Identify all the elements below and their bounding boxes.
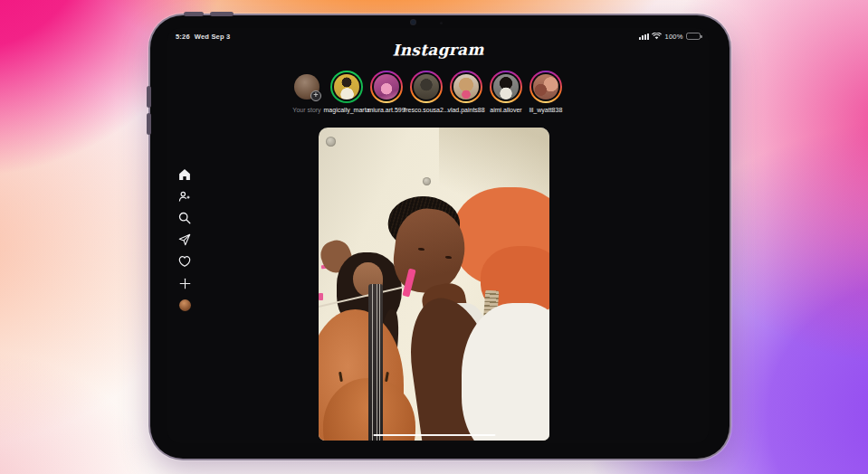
nav-sidebar <box>172 168 197 311</box>
instagram-logo[interactable]: Instagram <box>167 38 709 61</box>
instagram-app-screen: 5:26 Wed Sep 3 100% Insta <box>167 28 709 443</box>
your-story-avatar: + <box>294 74 320 100</box>
story-username: Your story <box>292 107 320 113</box>
cello-strings <box>372 284 380 441</box>
status-left: 5:26 Wed Sep 3 <box>176 33 230 41</box>
story-lil-wyatt[interactable]: lil_wyatt838 <box>528 70 564 113</box>
story-username: lil_wyatt838 <box>529 107 563 113</box>
feed-photo[interactable] <box>319 128 549 441</box>
story-avatar <box>493 74 520 100</box>
story-username: fresco.sousa2... <box>404 107 448 113</box>
story-your-story[interactable]: + Your story <box>289 70 325 113</box>
story-username: vlad.paints88 <box>447 107 484 113</box>
sidebar-item-notifications[interactable] <box>178 255 191 268</box>
ceiling-detector <box>423 177 431 185</box>
clock-label: 5:26 <box>176 33 190 41</box>
sidebar-item-home[interactable] <box>178 168 191 181</box>
story-avatar <box>533 74 559 100</box>
sidebar-item-search[interactable] <box>178 212 191 224</box>
story-username: miura.art.599 <box>367 107 405 113</box>
story-username: magically_marta <box>324 107 370 113</box>
home-icon <box>178 168 191 181</box>
story-avatar <box>414 74 440 100</box>
microphone-dot-icon <box>440 22 443 24</box>
story-avatar <box>334 74 360 100</box>
story-avatar <box>374 74 400 100</box>
story-vlad-paints[interactable]: vlad.paints88 <box>448 70 484 113</box>
date-label: Wed Sep 3 <box>195 33 231 41</box>
sidebar-item-friends[interactable] <box>178 190 191 203</box>
friends-icon <box>178 190 191 203</box>
man-eye <box>445 255 452 259</box>
side-button <box>147 113 151 135</box>
story-progress-bar <box>373 434 495 437</box>
front-camera-icon <box>411 20 415 24</box>
story-magically-marta[interactable]: magically_marta <box>329 70 365 113</box>
story-avatar <box>453 74 480 100</box>
sidebar-item-profile[interactable] <box>178 299 191 311</box>
side-button <box>147 86 151 108</box>
heart-icon <box>178 255 191 268</box>
gradient-background: 5:26 Wed Sep 3 100% Insta <box>0 0 868 474</box>
messenger-icon <box>178 233 191 246</box>
ipad-device: 5:26 Wed Sep 3 100% Insta <box>150 15 730 459</box>
story-fresco-sousa[interactable]: fresco.sousa2... <box>408 70 444 113</box>
ceiling-detector <box>326 137 336 147</box>
sticky-note <box>319 293 323 300</box>
stories-tray: + Your story magically_marta miura.art.5 <box>289 70 564 113</box>
story-aimi-allover[interactable]: aimi.allover <box>488 70 524 113</box>
profile-avatar <box>179 299 191 311</box>
sidebar-item-messages[interactable] <box>178 233 191 246</box>
volume-down-button <box>210 12 234 16</box>
story-username: aimi.allover <box>490 107 521 113</box>
search-icon <box>178 212 191 224</box>
story-miura-art[interactable]: miura.art.599 <box>368 70 405 113</box>
volume-up-button <box>184 12 204 16</box>
sidebar-item-create[interactable] <box>178 277 191 289</box>
plus-icon <box>179 278 191 289</box>
add-story-badge[interactable]: + <box>310 90 321 101</box>
